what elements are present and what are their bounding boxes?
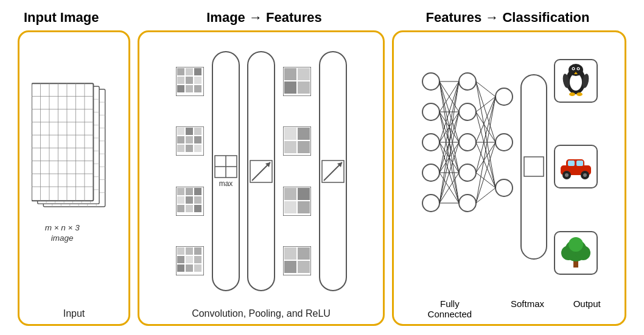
svg-point-125 <box>459 195 476 212</box>
feature-map-1 <box>176 67 204 96</box>
max-pool-icon <box>214 155 237 178</box>
label-fully-connected: FullyConnected <box>407 299 492 319</box>
svg-point-116 <box>422 73 439 90</box>
svg-rect-106 <box>284 201 296 213</box>
svg-rect-68 <box>177 188 184 195</box>
pooling-column: max <box>210 38 242 305</box>
svg-rect-55 <box>186 85 193 92</box>
softmax-rect <box>520 74 547 260</box>
svg-point-118 <box>422 134 439 151</box>
svg-rect-75 <box>186 205 193 212</box>
svg-point-121 <box>459 73 476 90</box>
svg-text:m × n × 3: m × n × 3 <box>44 223 80 232</box>
svg-rect-96 <box>284 81 296 94</box>
svg-rect-97 <box>298 81 310 94</box>
svg-rect-107 <box>298 201 310 213</box>
softmax-icon <box>523 156 544 177</box>
svg-text:image: image <box>51 233 73 242</box>
svg-point-178 <box>569 92 575 96</box>
header-classification: Features → Classification <box>389 10 626 26</box>
relu-rect <box>247 51 275 291</box>
svg-rect-169 <box>524 157 544 176</box>
svg-rect-105 <box>298 188 310 200</box>
feature-map-p4 <box>283 246 311 275</box>
max-label: max <box>219 179 233 188</box>
penguin-icon <box>558 63 594 99</box>
svg-rect-49 <box>186 68 193 75</box>
svg-rect-53 <box>194 77 201 84</box>
svg-rect-59 <box>186 128 193 135</box>
svg-rect-95 <box>298 68 310 80</box>
svg-rect-83 <box>194 256 201 263</box>
svg-point-189 <box>583 173 587 177</box>
svg-rect-84 <box>177 264 184 272</box>
car-icon <box>558 148 594 185</box>
output-column <box>551 38 600 296</box>
svg-rect-58 <box>177 128 184 135</box>
cnn-diagram: Input Image Image → Features Features → … <box>12 10 632 326</box>
relu2-icon <box>321 160 345 183</box>
svg-rect-73 <box>194 196 201 204</box>
svg-point-176 <box>577 68 578 69</box>
main-content: m × n × 3 image Input <box>12 30 632 326</box>
relu2-rect <box>319 51 347 291</box>
svg-point-126 <box>495 88 513 105</box>
svg-rect-61 <box>177 136 184 143</box>
section-classification: FullyConnected Softmax Output <box>392 30 626 326</box>
output-penguin <box>554 59 598 103</box>
svg-rect-86 <box>194 264 201 272</box>
svg-rect-85 <box>186 264 193 272</box>
input-grid-svg: m × n × 3 image <box>32 80 117 263</box>
svg-rect-82 <box>186 256 193 263</box>
relu2-column <box>317 38 349 305</box>
classification-labels: FullyConnected Softmax Output <box>399 299 620 319</box>
svg-point-171 <box>570 74 582 91</box>
feature-map-p1 <box>283 67 311 96</box>
header-features: Image → Features <box>139 10 389 26</box>
svg-line-168 <box>476 188 495 203</box>
svg-rect-71 <box>177 196 184 204</box>
svg-rect-100 <box>298 128 310 140</box>
features-inner: max <box>144 38 378 305</box>
feature-map-4 <box>176 246 204 275</box>
svg-rect-112 <box>298 261 310 273</box>
feature-map-p2 <box>283 126 311 156</box>
svg-rect-80 <box>194 247 201 255</box>
svg-rect-79 <box>186 247 193 255</box>
svg-point-127 <box>495 134 513 151</box>
svg-point-128 <box>495 179 513 196</box>
svg-point-175 <box>572 68 573 69</box>
output-car <box>554 145 598 188</box>
header-input: Input Image <box>18 10 133 26</box>
svg-rect-62 <box>186 136 193 143</box>
label-convolution: Convolution, Pooling, and ReLU <box>192 308 331 319</box>
svg-rect-81 <box>177 256 184 263</box>
input-inner: m × n × 3 image <box>24 38 124 305</box>
svg-rect-184 <box>568 161 575 166</box>
svg-rect-70 <box>194 188 201 195</box>
svg-point-122 <box>459 103 476 120</box>
headers-row: Input Image Image → Features Features → … <box>12 10 632 26</box>
output-tree <box>554 231 598 275</box>
svg-line-158 <box>476 112 495 142</box>
fully-connected-net <box>419 51 516 283</box>
svg-rect-185 <box>576 161 583 166</box>
svg-point-179 <box>576 92 583 96</box>
svg-rect-104 <box>284 188 296 200</box>
softmax-column <box>519 51 549 283</box>
relu-column <box>245 38 277 305</box>
svg-rect-72 <box>186 196 193 204</box>
svg-rect-48 <box>177 68 184 75</box>
svg-point-123 <box>459 134 476 151</box>
svg-rect-69 <box>186 188 193 195</box>
classification-inner <box>399 38 620 296</box>
feature-map-p3 <box>283 187 311 216</box>
svg-point-119 <box>422 164 439 181</box>
label-output: Output <box>562 299 611 319</box>
label-input: Input <box>63 308 85 319</box>
tree-icon <box>558 235 594 271</box>
label-softmax: Softmax <box>509 299 545 319</box>
svg-rect-99 <box>284 128 296 140</box>
svg-rect-51 <box>177 77 184 84</box>
fc-svg <box>419 51 516 240</box>
